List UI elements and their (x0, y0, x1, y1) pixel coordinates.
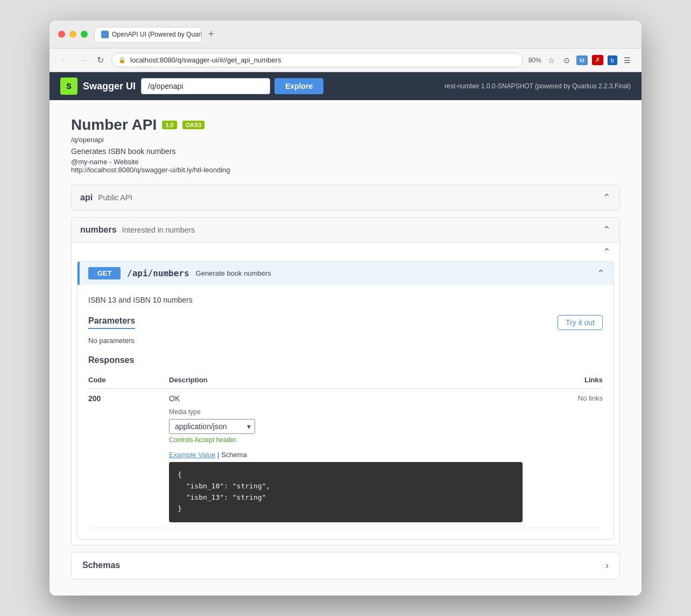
address-text: localhost:8080/q/swagger-ui/#//get_api_n… (130, 56, 516, 64)
minimize-button[interactable] (69, 31, 76, 38)
response-table: Code Description Links 200 (88, 372, 603, 528)
api-title-row: Number API 1.0 OAS3 (71, 116, 620, 134)
links-header: Links (523, 372, 603, 389)
example-value-row: Example Value | Schema { "isbn_10": "str… (169, 450, 523, 522)
reload-button[interactable]: ↻ (95, 53, 106, 67)
swagger-version-info: rest-number 1.0.0-SNAPSHOT (powered by Q… (445, 82, 631, 90)
swagger-url-input[interactable] (141, 78, 270, 94)
numbers-section-tag: numbers (80, 225, 117, 235)
example-code-block: { "isbn_10": "string", "isbn_13": "strin… (169, 462, 523, 522)
params-header-row: Parameters Try it out (88, 315, 603, 330)
lock-icon: 🔒 (118, 57, 126, 64)
api-title-area: Number API 1.0 OAS3 /q/openapi Generates… (71, 116, 620, 174)
traffic-lights (58, 31, 88, 38)
api-section-chevron: ⌃ (603, 192, 611, 204)
tab-bar: OpenAPI UI (Powered by Quark... ✕ + (94, 27, 633, 41)
schemas-header[interactable]: Schemas › (72, 552, 619, 579)
numbers-section-desc: Interested in numbers (122, 226, 195, 234)
api-section-desc: Public API (98, 193, 132, 202)
address-bar[interactable]: 🔒 localhost:8080/q/swagger-ui/#//get_api… (111, 53, 523, 67)
media-type-label: Media type (169, 408, 523, 416)
active-tab[interactable]: OpenAPI UI (Powered by Quark... ✕ (94, 27, 202, 41)
method-badge: GET (88, 267, 121, 279)
swagger-icon-text: S (66, 82, 71, 90)
endpoint-chevron: ⌃ (597, 268, 605, 279)
response-description: OK (169, 394, 523, 403)
pocket-button[interactable]: ⊙ (561, 54, 572, 67)
tab-favicon (101, 31, 109, 38)
zoom-level: 80% (528, 57, 541, 64)
swagger-input-area: Explore (141, 78, 323, 94)
version-badge: 1.0 (162, 121, 177, 129)
swagger-header: S Swagger UI Explore rest-number 1.0.0-S… (50, 72, 641, 100)
media-type-select[interactable]: application/json (169, 419, 255, 434)
back-button[interactable]: ← (58, 53, 71, 67)
extension-1-button[interactable]: M (576, 55, 588, 65)
explore-button[interactable]: Explore (274, 78, 323, 94)
maximize-button[interactable] (81, 31, 88, 38)
swagger-logo-area: S Swagger UI Explore (60, 78, 323, 95)
oas3-badge: OAS3 (182, 121, 205, 129)
api-link: http://localhost:8080/q/swagger-ui/bit.l… (71, 166, 620, 174)
endpoint-header[interactable]: GET /api/numbers Generate book numbers ⌃ (77, 262, 614, 285)
new-tab-button[interactable]: + (206, 29, 216, 40)
api-section-header[interactable]: api Public API ⌃ (72, 185, 619, 210)
code-header: Code (88, 372, 169, 389)
swagger-icon: S (60, 78, 77, 95)
example-value-label: Example Value | Schema (169, 451, 247, 459)
try-it-out-button[interactable]: Try it out (558, 315, 603, 330)
example-value-link[interactable]: Example Value (169, 451, 215, 459)
menu-button[interactable]: ☰ (622, 54, 633, 67)
responses-label: Responses (88, 355, 603, 365)
endpoint-header-left: GET /api/numbers Generate book numbers (88, 267, 271, 279)
media-type-select-wrapper: application/json (169, 419, 255, 434)
parameters-label: Parameters (88, 316, 135, 329)
example-code: { "isbn_10": "string", "isbn_13": "strin… (178, 470, 514, 514)
inner-collapse-row[interactable]: ⌃ (72, 242, 619, 261)
response-code: 200 (88, 394, 101, 403)
extension-2-button[interactable]: ✗ (592, 55, 603, 65)
nav-right-icons: 80% ☆ ⊙ M ✗ b ☰ (528, 54, 633, 67)
swagger-title: Swagger UI (83, 81, 136, 92)
bookmark-button[interactable]: ☆ (546, 54, 557, 67)
endpoint-body: ISBN 13 and ISBN 10 numbers Parameters T… (77, 285, 614, 538)
api-contact: @my-name - Website (71, 158, 620, 166)
numbers-section-header-left: numbers Interested in numbers (80, 225, 195, 235)
no-parameters-text: No parameters (88, 337, 603, 345)
endpoint-path: /api/numbers (127, 268, 189, 278)
main-content: Number API 1.0 OAS3 /q/openapi Generates… (50, 100, 641, 595)
api-section-header-left: api Public API (80, 193, 132, 202)
endpoint-description: ISBN 13 and ISBN 10 numbers (88, 296, 603, 304)
extension-3-button[interactable]: b (608, 55, 617, 65)
close-button[interactable] (58, 31, 65, 38)
inner-collapse-chevron: ⌃ (603, 246, 611, 258)
browser-window: OpenAPI UI (Powered by Quark... ✕ + ← → … (50, 20, 641, 595)
title-bar: OpenAPI UI (Powered by Quark... ✕ + (50, 20, 641, 48)
api-section-block: api Public API ⌃ (71, 185, 620, 211)
numbers-section-chevron: ⌃ (603, 224, 611, 236)
description-header: Description (169, 372, 523, 389)
numbers-section-block: numbers Interested in numbers ⌃ ⌃ GET /a… (71, 217, 620, 545)
tab-title: OpenAPI UI (Powered by Quark... (112, 31, 202, 38)
response-links: No links (578, 394, 603, 402)
endpoint-block: GET /api/numbers Generate book numbers ⌃… (77, 261, 614, 539)
table-row: 200 OK Media type application/json (88, 389, 603, 528)
schemas-section: Schemas › (71, 552, 620, 579)
api-title: Number API (71, 116, 157, 134)
schemas-title: Schemas (82, 561, 120, 570)
schemas-chevron: › (605, 560, 609, 571)
numbers-section-header[interactable]: numbers Interested in numbers ⌃ (72, 218, 619, 242)
endpoint-summary: Generate book numbers (196, 269, 271, 277)
api-description: Generates ISBN book numbers (71, 147, 620, 156)
nav-bar: ← → ↻ 🔒 localhost:8080/q/swagger-ui/#//g… (50, 48, 641, 72)
forward-button[interactable]: → (76, 53, 89, 67)
api-url: /q/openapi (71, 136, 620, 144)
controls-accept-text: Controls Accept header. (169, 436, 523, 444)
schema-link[interactable]: Schema (221, 451, 247, 459)
api-section-tag: api (80, 193, 93, 202)
